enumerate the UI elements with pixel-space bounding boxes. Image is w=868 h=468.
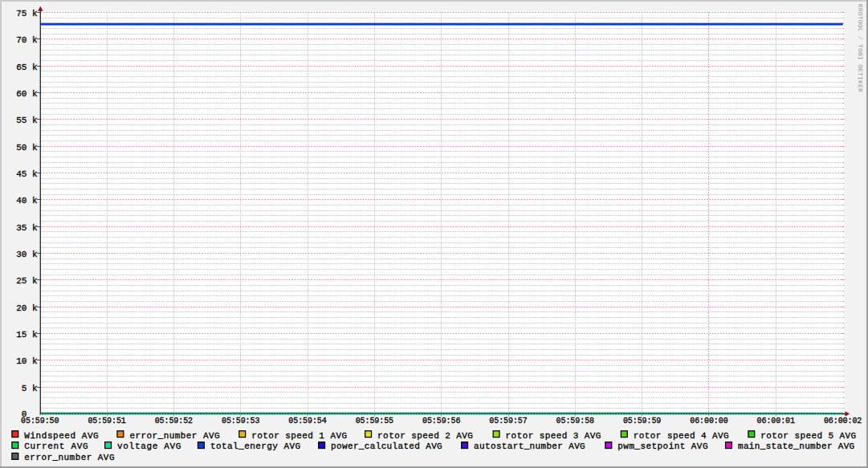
svg-text:5 k: 5 k — [22, 384, 38, 393]
svg-text:05:59:53: 05:59:53 — [222, 417, 259, 425]
svg-text:05:59:57: 05:59:57 — [489, 417, 527, 425]
svg-text:main_state_number AVG: main_state_number AVG — [738, 442, 854, 451]
svg-text:55 k: 55 k — [16, 116, 38, 125]
svg-text:05:59:51: 05:59:51 — [88, 417, 125, 425]
svg-text:total_energy AVG: total_energy AVG — [210, 442, 300, 451]
svg-text:05:59:58: 05:59:58 — [556, 417, 594, 425]
svg-text:75 k: 75 k — [16, 9, 38, 18]
svg-text:Windspeed AVG: Windspeed AVG — [24, 431, 98, 441]
svg-text:40 k: 40 k — [16, 196, 38, 206]
svg-text:rotor speed 2 AVG: rotor speed 2 AVG — [377, 431, 473, 441]
svg-text:error_number AVG: error_number AVG — [24, 453, 114, 462]
svg-text:15 k: 15 k — [16, 330, 38, 340]
svg-text:05:59:55: 05:59:55 — [356, 417, 393, 425]
svg-text:RRDTOOL / TOBI OETIKER: RRDTOOL / TOBI OETIKER — [857, 4, 864, 92]
svg-text:rotor speed 4 AVG: rotor speed 4 AVG — [634, 431, 729, 441]
svg-text:05:59:59: 05:59:59 — [623, 417, 661, 425]
svg-text:50 k: 50 k — [16, 143, 38, 153]
svg-text:20 k: 20 k — [16, 303, 38, 313]
svg-text:25 k: 25 k — [16, 276, 38, 286]
svg-text:70 k: 70 k — [16, 35, 38, 45]
svg-text:06:00:02: 06:00:02 — [824, 417, 862, 425]
svg-text:06:00:00: 06:00:00 — [690, 417, 727, 425]
svg-text:rotor speed 1 AVG: rotor speed 1 AVG — [251, 431, 347, 441]
svg-text:05:59:54: 05:59:54 — [288, 417, 326, 425]
svg-text:autostart_number AVG: autostart_number AVG — [474, 442, 585, 451]
svg-text:10 k: 10 k — [16, 356, 38, 366]
svg-text:Current AVG: Current AVG — [24, 442, 88, 451]
svg-text:voltage AVG: voltage AVG — [117, 442, 181, 451]
svg-text:45 k: 45 k — [16, 169, 38, 179]
svg-text:30 k: 30 k — [16, 250, 38, 259]
svg-text:05:59:50: 05:59:50 — [21, 417, 59, 425]
svg-text:power_calculated AVG: power_calculated AVG — [331, 442, 442, 451]
svg-text:65 k: 65 k — [16, 63, 38, 72]
svg-text:05:59:52: 05:59:52 — [155, 417, 193, 425]
svg-text:rotor speed 3 AVG: rotor speed 3 AVG — [506, 431, 601, 441]
svg-text:35 k: 35 k — [16, 223, 38, 233]
svg-text:05:59:56: 05:59:56 — [422, 417, 460, 425]
svg-text:60 k: 60 k — [16, 89, 38, 99]
svg-text:rotor speed 5 AVG: rotor speed 5 AVG — [760, 431, 856, 441]
svg-text:06:00:01: 06:00:01 — [757, 417, 795, 425]
svg-text:error_number AVG: error_number AVG — [129, 431, 219, 441]
svg-text:pwm_setpoint AVG: pwm_setpoint AVG — [617, 442, 707, 451]
